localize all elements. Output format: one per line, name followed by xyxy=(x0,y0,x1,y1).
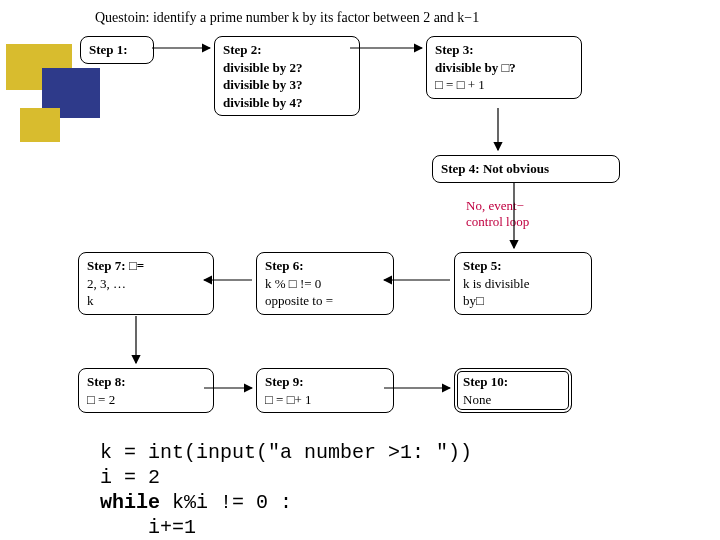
step-3-box: Step 3: divisible by □? □ = □ + 1 xyxy=(426,36,582,99)
step-2-title: Step 2: xyxy=(223,41,351,59)
step-9-title: Step 9: xyxy=(265,373,385,391)
code-l1a: k = int(input( xyxy=(100,441,268,464)
step-8-title: Step 8: xyxy=(87,373,205,391)
question-text: Questoin: identify a prime number k by i… xyxy=(95,10,479,26)
note-line-2: control loop xyxy=(466,214,529,230)
code-l1c: )) xyxy=(448,441,472,464)
step-5-title: Step 5: xyxy=(463,257,583,275)
step-4-title: Step 4: Not obvious xyxy=(441,161,549,176)
deco-yellow-2 xyxy=(20,108,60,142)
step-6-line-1: k % □ != 0 xyxy=(265,275,385,293)
step-7-line-2: k xyxy=(87,292,205,310)
code-block: k = int(input("a number >1: ")) i = 2 wh… xyxy=(100,440,472,540)
step-6-title: Step 6: xyxy=(265,257,385,275)
step-6-box: Step 6: k % □ != 0 opposite to = xyxy=(256,252,394,315)
step-5-line-1: k is divisible xyxy=(463,275,583,293)
step-7-box: Step 7: □= 2, 3, … k xyxy=(78,252,214,315)
diagram-page: Questoin: identify a prime number k by i… xyxy=(0,0,720,540)
step-1-title: Step 1: xyxy=(89,42,128,57)
step-2-line-2: divisible by 3? xyxy=(223,76,351,94)
step-9-box: Step 9: □ = □+ 1 xyxy=(256,368,394,413)
step-7-line-1: 2, 3, … xyxy=(87,275,205,293)
step-5-line-2: by□ xyxy=(463,292,583,310)
code-l2: i = 2 xyxy=(100,466,160,489)
step-5-box: Step 5: k is divisible by□ xyxy=(454,252,592,315)
step-2-line-1: divisible by 2? xyxy=(223,59,351,77)
code-l1b: "a number >1: " xyxy=(268,441,448,464)
step-8-box: Step 8: □ = 2 xyxy=(78,368,214,413)
code-l3b: k%i != 0 : xyxy=(160,491,292,514)
step-6-line-2: opposite to = xyxy=(265,292,385,310)
step-3-line-2: □ = □ + 1 xyxy=(435,76,573,94)
step-1-box: Step 1: xyxy=(80,36,154,64)
step-4-box: Step 4: Not obvious xyxy=(432,155,620,183)
code-l3a: while xyxy=(100,491,160,514)
step-8-line-1: □ = 2 xyxy=(87,391,205,409)
loop-note: No, event− control loop xyxy=(466,198,529,231)
step-2-box: Step 2: divisible by 2? divisible by 3? … xyxy=(214,36,360,116)
step-7-title: Step 7: □= xyxy=(87,257,205,275)
code-l4: i+=1 xyxy=(100,516,196,539)
step-2-line-3: divisible by 4? xyxy=(223,94,351,112)
note-line-1: No, event− xyxy=(466,198,529,214)
step-10-title: Step 10: xyxy=(463,373,563,391)
step-9-line-1: □ = □+ 1 xyxy=(265,391,385,409)
step-10-line-1: None xyxy=(463,391,563,409)
step-10-box: Step 10: None xyxy=(454,368,572,413)
step-3-line-1: divisible by □? xyxy=(435,59,573,77)
step-3-title: Step 3: xyxy=(435,41,573,59)
